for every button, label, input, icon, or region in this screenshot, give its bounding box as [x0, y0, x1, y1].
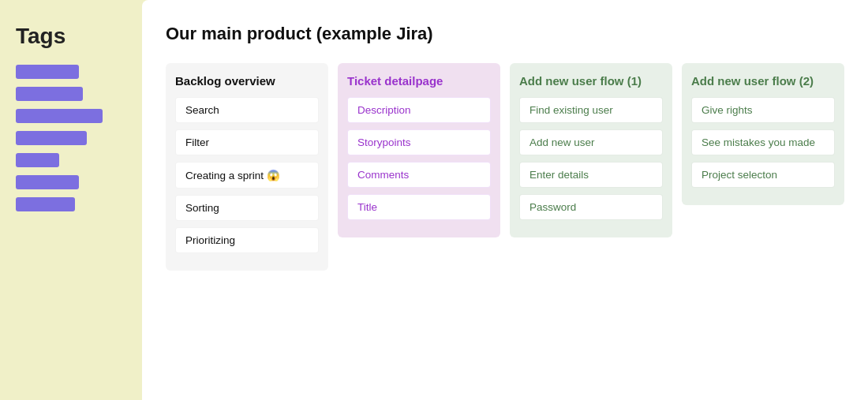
card-ticket-1[interactable]: Storypoints [347, 129, 491, 155]
sidebar: Tags [0, 0, 142, 400]
column-user1: Add new user flow (1)Find existing userA… [510, 63, 672, 237]
tag-bar [16, 109, 103, 123]
tag-bar [16, 131, 87, 145]
columns-wrapper: Backlog overviewSearchFilterCreating a s… [166, 63, 844, 271]
column-header-ticket: Ticket detailpage [347, 74, 491, 88]
card-user1-3[interactable]: Password [519, 194, 663, 220]
card-user1-2[interactable]: Enter details [519, 162, 663, 188]
card-user1-1[interactable]: Add new user [519, 129, 663, 155]
card-backlog-3[interactable]: Sorting [175, 195, 319, 221]
card-user2-0[interactable]: Give rights [691, 97, 835, 123]
tag-bar [16, 153, 59, 167]
card-backlog-4[interactable]: Prioritizing [175, 227, 319, 253]
card-user1-0[interactable]: Find existing user [519, 97, 663, 123]
column-user2: Add new user flow (2)Give rightsSee mist… [682, 63, 844, 205]
card-ticket-0[interactable]: Description [347, 97, 491, 123]
card-backlog-1[interactable]: Filter [175, 129, 319, 155]
card-user2-1[interactable]: See mistakes you made [691, 129, 835, 155]
page-title: Our main product (example Jira) [166, 24, 844, 44]
column-header-user2: Add new user flow (2) [691, 74, 835, 88]
card-ticket-2[interactable]: Comments [347, 162, 491, 188]
card-backlog-0[interactable]: Search [175, 97, 319, 123]
sidebar-title: Tags [16, 24, 126, 49]
tag-bar [16, 87, 83, 101]
card-backlog-2[interactable]: Creating a sprint 😱 [175, 162, 319, 189]
main-content: Our main product (example Jira) Backlog … [142, 0, 868, 400]
column-ticket: Ticket detailpageDescriptionStorypointsC… [338, 63, 500, 237]
tag-bar [16, 175, 79, 189]
tag-bar [16, 197, 75, 211]
card-user2-2[interactable]: Project selecton [691, 162, 835, 188]
tag-bar [16, 65, 79, 79]
column-header-user1: Add new user flow (1) [519, 74, 663, 88]
column-backlog: Backlog overviewSearchFilterCreating a s… [166, 63, 328, 271]
card-ticket-3[interactable]: Title [347, 194, 491, 220]
column-header-backlog: Backlog overview [175, 74, 319, 88]
